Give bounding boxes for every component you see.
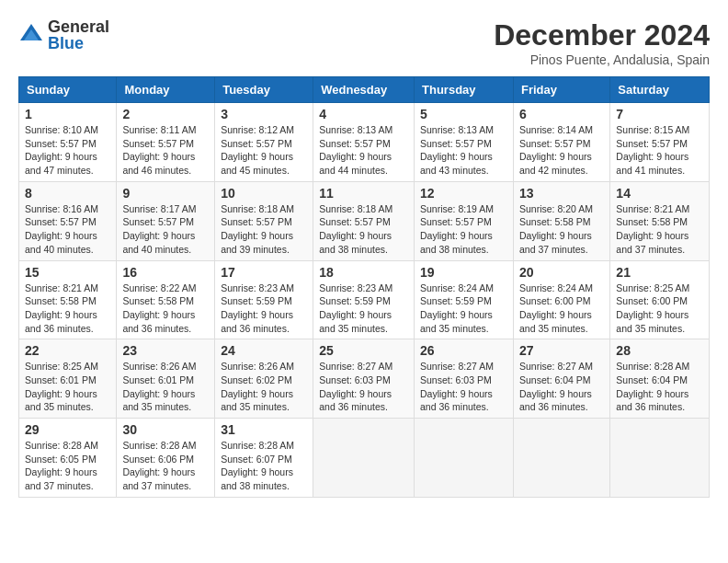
calendar-cell: 27 Sunrise: 8:27 AM Sunset: 6:04 PM Dayl… (513, 339, 609, 419)
logo-icon (18, 22, 44, 48)
day-info: Sunrise: 8:27 AM Sunset: 6:04 PM Dayligh… (519, 360, 604, 414)
day-number: 30 (122, 422, 209, 437)
calendar-cell: 20 Sunrise: 8:24 AM Sunset: 6:00 PM Dayl… (513, 260, 609, 339)
calendar-week-row: 22 Sunrise: 8:25 AM Sunset: 6:01 PM Dayl… (19, 339, 710, 419)
page-header: General Blue December 2024 Pinos Puente,… (18, 18, 710, 67)
day-info: Sunrise: 8:20 AM Sunset: 5:58 PM Dayligh… (519, 202, 604, 257)
location: Pinos Puente, Andalusia, Spain (494, 52, 710, 67)
logo-blue: Blue (48, 35, 109, 52)
day-info: Sunrise: 8:24 AM Sunset: 5:59 PM Dayligh… (420, 282, 507, 336)
calendar-cell (415, 419, 514, 498)
day-number: 31 (221, 422, 307, 437)
calendar-cell (513, 419, 609, 498)
day-number: 16 (122, 265, 209, 280)
day-info: Sunrise: 8:13 AM Sunset: 5:57 PM Dayligh… (420, 123, 507, 178)
day-info: Sunrise: 8:27 AM Sunset: 6:03 PM Dayligh… (420, 360, 507, 414)
day-number: 14 (616, 186, 703, 201)
calendar-cell: 6 Sunrise: 8:14 AM Sunset: 5:57 PM Dayli… (513, 103, 609, 182)
day-info: Sunrise: 8:15 AM Sunset: 5:57 PM Dayligh… (616, 123, 703, 178)
calendar-week-row: 15 Sunrise: 8:21 AM Sunset: 5:58 PM Dayl… (19, 260, 710, 339)
day-info: Sunrise: 8:22 AM Sunset: 5:58 PM Dayligh… (122, 282, 209, 336)
calendar-cell: 30 Sunrise: 8:28 AM Sunset: 6:06 PM Dayl… (117, 419, 215, 498)
day-number: 25 (319, 343, 408, 358)
calendar-cell: 17 Sunrise: 8:23 AM Sunset: 5:59 PM Dayl… (215, 260, 313, 339)
calendar-cell: 4 Sunrise: 8:13 AM Sunset: 5:57 PM Dayli… (313, 103, 415, 182)
day-header-friday: Friday (513, 77, 609, 103)
day-info: Sunrise: 8:13 AM Sunset: 5:57 PM Dayligh… (319, 123, 408, 178)
calendar-table: SundayMondayTuesdayWednesdayThursdayFrid… (18, 76, 710, 498)
day-header-wednesday: Wednesday (313, 77, 415, 103)
day-number: 18 (319, 265, 408, 280)
day-number: 5 (420, 107, 507, 121)
day-number: 17 (221, 265, 307, 280)
day-number: 26 (420, 343, 507, 358)
day-number: 22 (25, 343, 110, 358)
month-title: December 2024 (494, 18, 710, 52)
calendar-cell: 8 Sunrise: 8:16 AM Sunset: 5:57 PM Dayli… (19, 181, 117, 260)
calendar-cell (610, 419, 710, 498)
day-number: 19 (420, 265, 507, 280)
day-number: 24 (221, 343, 307, 358)
day-header-saturday: Saturday (610, 77, 710, 103)
day-number: 15 (25, 265, 110, 280)
day-info: Sunrise: 8:27 AM Sunset: 6:03 PM Dayligh… (319, 360, 408, 414)
day-info: Sunrise: 8:26 AM Sunset: 6:02 PM Dayligh… (221, 360, 307, 414)
calendar-cell: 5 Sunrise: 8:13 AM Sunset: 5:57 PM Dayli… (415, 103, 514, 182)
day-info: Sunrise: 8:23 AM Sunset: 5:59 PM Dayligh… (221, 282, 307, 336)
day-number: 7 (616, 107, 703, 121)
day-info: Sunrise: 8:26 AM Sunset: 6:01 PM Dayligh… (122, 360, 209, 414)
calendar-cell: 21 Sunrise: 8:25 AM Sunset: 6:00 PM Dayl… (610, 260, 710, 339)
day-number: 20 (519, 265, 604, 280)
day-header-monday: Monday (117, 77, 215, 103)
calendar-cell: 26 Sunrise: 8:27 AM Sunset: 6:03 PM Dayl… (415, 339, 514, 419)
day-info: Sunrise: 8:16 AM Sunset: 5:57 PM Dayligh… (25, 202, 110, 257)
day-number: 4 (319, 107, 408, 121)
calendar-week-row: 1 Sunrise: 8:10 AM Sunset: 5:57 PM Dayli… (19, 103, 710, 182)
day-number: 9 (122, 186, 209, 201)
calendar-cell: 12 Sunrise: 8:19 AM Sunset: 5:57 PM Dayl… (415, 181, 514, 260)
day-number: 12 (420, 186, 507, 201)
day-number: 10 (221, 186, 307, 201)
day-number: 11 (319, 186, 408, 201)
day-info: Sunrise: 8:17 AM Sunset: 5:57 PM Dayligh… (122, 202, 209, 257)
title-section: December 2024 Pinos Puente, Andalusia, S… (494, 18, 710, 67)
day-info: Sunrise: 8:23 AM Sunset: 5:59 PM Dayligh… (319, 282, 408, 336)
calendar-cell: 25 Sunrise: 8:27 AM Sunset: 6:03 PM Dayl… (313, 339, 415, 419)
calendar-cell (313, 419, 415, 498)
day-info: Sunrise: 8:28 AM Sunset: 6:06 PM Dayligh… (122, 439, 209, 493)
day-number: 3 (221, 107, 307, 121)
day-info: Sunrise: 8:10 AM Sunset: 5:57 PM Dayligh… (25, 123, 110, 178)
day-number: 13 (519, 186, 604, 201)
calendar-cell: 22 Sunrise: 8:25 AM Sunset: 6:01 PM Dayl… (19, 339, 117, 419)
day-number: 23 (122, 343, 209, 358)
day-info: Sunrise: 8:24 AM Sunset: 6:00 PM Dayligh… (519, 282, 604, 336)
logo: General Blue (18, 18, 109, 52)
calendar-cell: 7 Sunrise: 8:15 AM Sunset: 5:57 PM Dayli… (610, 103, 710, 182)
day-header-tuesday: Tuesday (215, 77, 313, 103)
calendar-cell: 28 Sunrise: 8:28 AM Sunset: 6:04 PM Dayl… (610, 339, 710, 419)
day-info: Sunrise: 8:28 AM Sunset: 6:04 PM Dayligh… (616, 360, 703, 414)
calendar-cell: 10 Sunrise: 8:18 AM Sunset: 5:57 PM Dayl… (215, 181, 313, 260)
calendar-cell: 2 Sunrise: 8:11 AM Sunset: 5:57 PM Dayli… (117, 103, 215, 182)
calendar-cell: 31 Sunrise: 8:28 AM Sunset: 6:07 PM Dayl… (215, 419, 313, 498)
day-number: 2 (122, 107, 209, 121)
calendar-cell: 14 Sunrise: 8:21 AM Sunset: 5:58 PM Dayl… (610, 181, 710, 260)
logo-general: General (48, 18, 109, 35)
day-number: 27 (519, 343, 604, 358)
calendar-cell: 15 Sunrise: 8:21 AM Sunset: 5:58 PM Dayl… (19, 260, 117, 339)
calendar-week-row: 8 Sunrise: 8:16 AM Sunset: 5:57 PM Dayli… (19, 181, 710, 260)
day-info: Sunrise: 8:19 AM Sunset: 5:57 PM Dayligh… (420, 202, 507, 257)
day-info: Sunrise: 8:11 AM Sunset: 5:57 PM Dayligh… (122, 123, 209, 178)
calendar-cell: 16 Sunrise: 8:22 AM Sunset: 5:58 PM Dayl… (117, 260, 215, 339)
day-header-sunday: Sunday (19, 77, 117, 103)
day-number: 21 (616, 265, 703, 280)
day-number: 1 (25, 107, 110, 121)
day-info: Sunrise: 8:21 AM Sunset: 5:58 PM Dayligh… (25, 282, 110, 336)
day-number: 8 (25, 186, 110, 201)
calendar-cell: 24 Sunrise: 8:26 AM Sunset: 6:02 PM Dayl… (215, 339, 313, 419)
day-header-thursday: Thursday (415, 77, 514, 103)
day-info: Sunrise: 8:25 AM Sunset: 6:00 PM Dayligh… (616, 282, 703, 336)
calendar-cell: 18 Sunrise: 8:23 AM Sunset: 5:59 PM Dayl… (313, 260, 415, 339)
calendar-cell: 9 Sunrise: 8:17 AM Sunset: 5:57 PM Dayli… (117, 181, 215, 260)
day-info: Sunrise: 8:28 AM Sunset: 6:07 PM Dayligh… (221, 439, 307, 493)
